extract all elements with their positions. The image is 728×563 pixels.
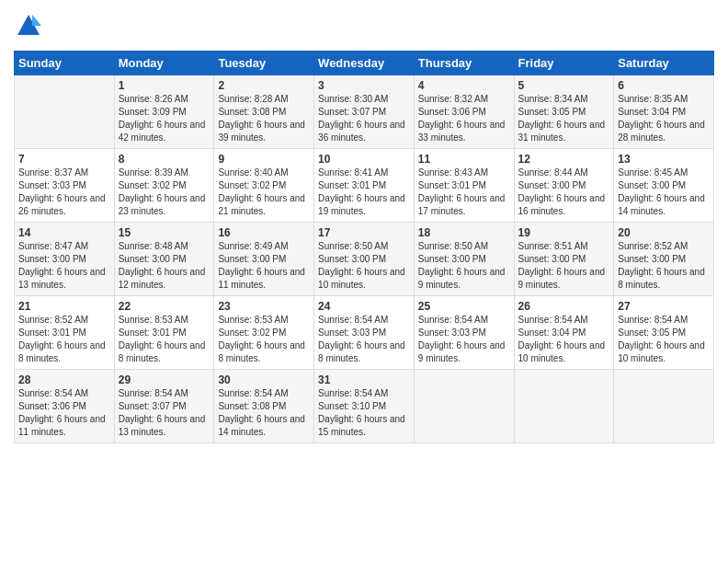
calendar-cell: 13Sunrise: 8:45 AMSunset: 3:00 PMDayligh… xyxy=(614,149,714,223)
day-number: 31 xyxy=(318,373,410,386)
day-number: 24 xyxy=(318,300,410,313)
day-number: 28 xyxy=(18,373,110,386)
calendar-cell: 6Sunrise: 8:35 AMSunset: 3:04 PMDaylight… xyxy=(614,75,714,149)
week-row-0: 1Sunrise: 8:26 AMSunset: 3:09 PMDaylight… xyxy=(15,75,714,149)
day-number: 17 xyxy=(318,226,410,239)
day-info: Sunrise: 8:49 AMSunset: 3:00 PMDaylight:… xyxy=(218,240,310,292)
page-container: SundayMondayTuesdayWednesdayThursdayFrid… xyxy=(0,0,728,453)
calendar-cell: 15Sunrise: 8:48 AMSunset: 3:00 PMDayligh… xyxy=(114,223,214,296)
day-number: 21 xyxy=(18,300,110,313)
week-row-3: 21Sunrise: 8:52 AMSunset: 3:01 PMDayligh… xyxy=(15,296,714,370)
calendar-cell: 10Sunrise: 8:41 AMSunset: 3:01 PMDayligh… xyxy=(314,149,415,223)
calendar-cell: 31Sunrise: 8:54 AMSunset: 3:10 PMDayligh… xyxy=(314,370,415,443)
calendar-table: SundayMondayTuesdayWednesdayThursdayFrid… xyxy=(14,51,714,443)
day-info: Sunrise: 8:53 AMSunset: 3:02 PMDaylight:… xyxy=(218,314,310,365)
day-info: Sunrise: 8:34 AMSunset: 3:05 PMDaylight:… xyxy=(518,93,610,144)
calendar-cell: 25Sunrise: 8:54 AMSunset: 3:03 PMDayligh… xyxy=(414,296,514,370)
calendar-cell: 16Sunrise: 8:49 AMSunset: 3:00 PMDayligh… xyxy=(214,223,314,296)
day-number: 19 xyxy=(518,226,610,239)
calendar-cell: 5Sunrise: 8:34 AMSunset: 3:05 PMDaylight… xyxy=(514,75,614,149)
calendar-cell: 7Sunrise: 8:37 AMSunset: 3:03 PMDaylight… xyxy=(15,149,115,223)
calendar-cell: 19Sunrise: 8:51 AMSunset: 3:00 PMDayligh… xyxy=(514,223,614,296)
day-info: Sunrise: 8:50 AMSunset: 3:00 PMDaylight:… xyxy=(318,240,410,292)
column-header-monday: Monday xyxy=(114,52,214,75)
day-info: Sunrise: 8:43 AMSunset: 3:01 PMDaylight:… xyxy=(418,167,510,218)
day-number: 14 xyxy=(18,226,110,239)
svg-marker-1 xyxy=(32,15,41,26)
calendar-cell: 8Sunrise: 8:39 AMSunset: 3:02 PMDaylight… xyxy=(114,149,214,223)
calendar-cell: 28Sunrise: 8:54 AMSunset: 3:06 PMDayligh… xyxy=(15,370,115,443)
day-number: 1 xyxy=(119,79,210,92)
day-number: 16 xyxy=(218,226,310,239)
day-number: 10 xyxy=(318,153,410,166)
column-header-friday: Friday xyxy=(514,52,614,75)
calendar-body: 1Sunrise: 8:26 AMSunset: 3:09 PMDaylight… xyxy=(15,75,714,443)
day-info: Sunrise: 8:54 AMSunset: 3:08 PMDaylight:… xyxy=(218,387,310,439)
day-number: 11 xyxy=(418,153,510,166)
day-info: Sunrise: 8:40 AMSunset: 3:02 PMDaylight:… xyxy=(218,167,310,218)
day-info: Sunrise: 8:44 AMSunset: 3:00 PMDaylight:… xyxy=(518,167,610,218)
day-info: Sunrise: 8:39 AMSunset: 3:02 PMDaylight:… xyxy=(119,167,210,218)
header-row: SundayMondayTuesdayWednesdayThursdayFrid… xyxy=(15,52,714,75)
day-info: Sunrise: 8:50 AMSunset: 3:00 PMDaylight:… xyxy=(418,240,510,292)
day-number: 3 xyxy=(318,79,410,92)
logo-icon xyxy=(16,13,41,39)
header xyxy=(14,9,714,43)
calendar-cell: 20Sunrise: 8:52 AMSunset: 3:00 PMDayligh… xyxy=(614,223,714,296)
calendar-cell: 21Sunrise: 8:52 AMSunset: 3:01 PMDayligh… xyxy=(15,296,115,370)
calendar-cell: 29Sunrise: 8:54 AMSunset: 3:07 PMDayligh… xyxy=(114,370,214,443)
calendar-cell: 17Sunrise: 8:50 AMSunset: 3:00 PMDayligh… xyxy=(314,223,415,296)
calendar-cell: 14Sunrise: 8:47 AMSunset: 3:00 PMDayligh… xyxy=(15,223,115,296)
calendar-cell xyxy=(15,75,115,149)
column-header-sunday: Sunday xyxy=(15,52,115,75)
day-number: 30 xyxy=(218,373,310,386)
day-number: 26 xyxy=(518,300,610,313)
day-info: Sunrise: 8:28 AMSunset: 3:08 PMDaylight:… xyxy=(218,93,310,144)
calendar-cell: 2Sunrise: 8:28 AMSunset: 3:08 PMDaylight… xyxy=(214,75,314,149)
column-header-wednesday: Wednesday xyxy=(314,52,415,75)
calendar-cell: 26Sunrise: 8:54 AMSunset: 3:04 PMDayligh… xyxy=(514,296,614,370)
day-number: 25 xyxy=(418,300,510,313)
calendar-cell: 18Sunrise: 8:50 AMSunset: 3:00 PMDayligh… xyxy=(414,223,514,296)
logo xyxy=(14,13,41,43)
day-info: Sunrise: 8:45 AMSunset: 3:00 PMDaylight:… xyxy=(618,167,710,218)
calendar-cell: 23Sunrise: 8:53 AMSunset: 3:02 PMDayligh… xyxy=(214,296,314,370)
day-number: 12 xyxy=(518,153,610,166)
calendar-cell: 11Sunrise: 8:43 AMSunset: 3:01 PMDayligh… xyxy=(414,149,514,223)
calendar-cell: 22Sunrise: 8:53 AMSunset: 3:01 PMDayligh… xyxy=(114,296,214,370)
calendar-cell xyxy=(414,370,514,443)
calendar-cell: 4Sunrise: 8:32 AMSunset: 3:06 PMDaylight… xyxy=(414,75,514,149)
day-info: Sunrise: 8:32 AMSunset: 3:06 PMDaylight:… xyxy=(418,93,510,144)
day-number: 20 xyxy=(618,226,710,239)
day-number: 22 xyxy=(119,300,210,313)
day-number: 13 xyxy=(618,153,710,166)
day-number: 7 xyxy=(18,153,110,166)
day-number: 29 xyxy=(119,373,210,386)
calendar-cell: 9Sunrise: 8:40 AMSunset: 3:02 PMDaylight… xyxy=(214,149,314,223)
week-row-4: 28Sunrise: 8:54 AMSunset: 3:06 PMDayligh… xyxy=(15,370,714,443)
day-info: Sunrise: 8:26 AMSunset: 3:09 PMDaylight:… xyxy=(119,93,210,144)
week-row-2: 14Sunrise: 8:47 AMSunset: 3:00 PMDayligh… xyxy=(15,223,714,296)
calendar-cell xyxy=(614,370,714,443)
day-number: 27 xyxy=(618,300,710,313)
calendar-cell: 24Sunrise: 8:54 AMSunset: 3:03 PMDayligh… xyxy=(314,296,415,370)
day-number: 23 xyxy=(218,300,310,313)
column-header-tuesday: Tuesday xyxy=(214,52,314,75)
day-number: 6 xyxy=(618,79,710,92)
calendar-cell: 3Sunrise: 8:30 AMSunset: 3:07 PMDaylight… xyxy=(314,75,415,149)
day-number: 4 xyxy=(418,79,510,92)
calendar-cell: 30Sunrise: 8:54 AMSunset: 3:08 PMDayligh… xyxy=(214,370,314,443)
column-header-thursday: Thursday xyxy=(414,52,514,75)
day-info: Sunrise: 8:54 AMSunset: 3:06 PMDaylight:… xyxy=(18,387,110,439)
day-info: Sunrise: 8:54 AMSunset: 3:03 PMDaylight:… xyxy=(318,314,410,365)
day-info: Sunrise: 8:53 AMSunset: 3:01 PMDaylight:… xyxy=(119,314,210,365)
day-number: 9 xyxy=(218,153,310,166)
day-info: Sunrise: 8:41 AMSunset: 3:01 PMDaylight:… xyxy=(318,167,410,218)
day-info: Sunrise: 8:48 AMSunset: 3:00 PMDaylight:… xyxy=(119,240,210,292)
day-number: 15 xyxy=(119,226,210,239)
day-info: Sunrise: 8:35 AMSunset: 3:04 PMDaylight:… xyxy=(618,93,710,144)
calendar-cell: 1Sunrise: 8:26 AMSunset: 3:09 PMDaylight… xyxy=(114,75,214,149)
day-info: Sunrise: 8:54 AMSunset: 3:03 PMDaylight:… xyxy=(418,314,510,365)
day-info: Sunrise: 8:52 AMSunset: 3:00 PMDaylight:… xyxy=(618,240,710,292)
calendar-cell: 27Sunrise: 8:54 AMSunset: 3:05 PMDayligh… xyxy=(614,296,714,370)
